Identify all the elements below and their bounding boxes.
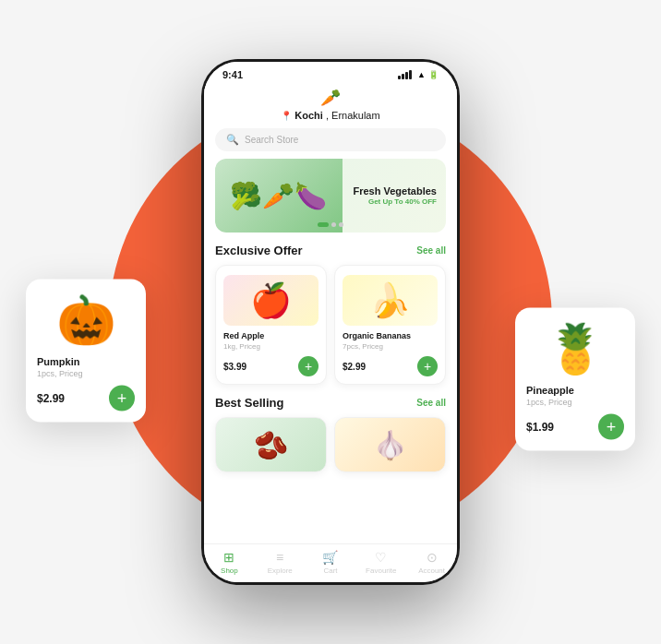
nav-item-favourite[interactable]: ♡ Favourite xyxy=(355,550,406,575)
signal-icon xyxy=(398,70,412,79)
apple-add-button[interactable]: + xyxy=(298,356,318,376)
best-selling-title: Best Selling xyxy=(215,396,283,410)
banner-image: 🥦🥕🍆 xyxy=(215,159,343,233)
cart-icon: 🛒 xyxy=(322,550,338,565)
pumpkin-add-button[interactable]: + xyxy=(109,386,135,411)
location-text: Kochi , Ernakulam xyxy=(294,110,379,121)
best-item-ginger: 🧄 xyxy=(334,417,446,472)
apple-unit: 1kg, Priceg xyxy=(223,342,318,351)
banner-dot-1 xyxy=(318,222,329,227)
float-card-pumpkin: 🎃 Pumpkin 1pcs, Priceg $2.99 + xyxy=(26,280,146,423)
nav-label-cart: Cart xyxy=(323,566,337,575)
pineapple-name: Pineapple xyxy=(526,385,624,396)
search-icon: 🔍 xyxy=(226,134,239,146)
search-placeholder-text: Search Store xyxy=(245,135,298,145)
pumpkin-price: $2.99 xyxy=(37,392,65,405)
pumpkin-name: Pumpkin xyxy=(37,356,135,367)
nav-item-shop[interactable]: ⊞ Shop xyxy=(204,550,255,575)
apple-price: $3.99 xyxy=(223,362,246,372)
pineapple-unit: 1pcs, Priceg xyxy=(526,398,624,407)
best-selling-header: Best Selling See all xyxy=(204,396,457,417)
pineapple-price: $1.99 xyxy=(526,421,554,434)
shop-icon: ⊞ xyxy=(223,550,234,565)
phone-wrapper: 9:41 ▲ 🔋 🥕 � xyxy=(201,59,460,585)
pumpkin-bottom: $2.99 + xyxy=(37,386,135,411)
product-card-banana: 🍌 Organic Bananas 7pcs, Priceg $2.99 + xyxy=(334,265,446,385)
search-bar[interactable]: 🔍 Search Store xyxy=(215,128,446,151)
favourite-icon: ♡ xyxy=(375,550,387,565)
exclusive-offer-title: Exclusive Offer xyxy=(215,244,303,257)
bottom-nav: ⊞ Shop ≡ Explore 🛒 Cart ♡ Favourite ⊙ xyxy=(204,543,457,582)
banana-name: Organic Bananas xyxy=(343,331,438,340)
banner-subtitle: Get Up To 40% OFF xyxy=(354,197,438,206)
banana-price: $2.99 xyxy=(343,362,366,372)
nav-item-cart[interactable]: 🛒 Cart xyxy=(306,550,356,575)
pineapple-add-button[interactable]: + xyxy=(598,414,624,440)
apple-name: Red Apple xyxy=(223,331,318,340)
nav-item-account[interactable]: ⊙ Account xyxy=(406,550,457,575)
pumpkin-image: 🎃 xyxy=(37,291,135,351)
best-selling-link[interactable]: See all xyxy=(416,398,446,408)
app-header: 🥕 📍 Kochi , Ernakulam xyxy=(204,84,457,128)
exclusive-offer-header: Exclusive Offer See all xyxy=(204,244,457,265)
phone-screen: 9:41 ▲ 🔋 🥕 � xyxy=(204,62,457,582)
phone-frame: 9:41 ▲ 🔋 🥕 � xyxy=(201,59,460,585)
banner-dots xyxy=(318,222,343,227)
status-icons: ▲ 🔋 xyxy=(398,70,439,79)
apple-bottom: $3.99 + xyxy=(223,356,318,376)
status-time: 9:41 xyxy=(222,69,243,80)
best-selling-grid: 🫘 🧄 xyxy=(204,417,457,472)
banana-unit: 7pcs, Priceg xyxy=(343,342,438,351)
banner: 🥦🥕🍆 Fresh Vegetables Get Up To 40% OFF xyxy=(215,159,446,233)
pumpkin-unit: 1pcs, Priceg xyxy=(37,369,135,378)
pineapple-image: 🍍 xyxy=(526,319,624,379)
nav-label-favourite: Favourite xyxy=(366,566,396,575)
banana-add-button[interactable]: + xyxy=(417,356,438,376)
app-logo: 🥕 xyxy=(320,88,341,108)
exclusive-offer-grid: 🍎 Red Apple 1kg, Priceg $3.99 + 🍌 Organi… xyxy=(204,265,457,396)
account-icon: ⊙ xyxy=(427,550,438,565)
status-bar: 9:41 ▲ 🔋 xyxy=(204,62,457,84)
banner-dot-3 xyxy=(339,222,343,227)
nav-item-explore[interactable]: ≡ Explore xyxy=(255,550,306,575)
location-row: 📍 Kochi , Ernakulam xyxy=(281,110,379,121)
location-pin-icon: 📍 xyxy=(281,111,292,121)
product-card-apple: 🍎 Red Apple 1kg, Priceg $3.99 + xyxy=(215,265,327,385)
pineapple-bottom: $1.99 + xyxy=(526,414,624,440)
nav-label-account: Account xyxy=(418,566,445,575)
app-content: 🥕 📍 Kochi , Ernakulam 🔍 Search Store xyxy=(204,84,457,543)
exclusive-offer-link[interactable]: See all xyxy=(416,245,446,256)
nav-label-explore: Explore xyxy=(268,566,293,575)
banner-dot-2 xyxy=(331,222,336,227)
explore-icon: ≡ xyxy=(276,550,283,565)
banana-bottom: $2.99 + xyxy=(343,356,438,376)
apple-image: 🍎 xyxy=(223,275,318,326)
float-card-pineapple: 🍍 Pineapple 1pcs, Priceg $1.99 + xyxy=(515,308,635,451)
banner-title: Fresh Vegetables xyxy=(354,185,438,197)
banner-text: Fresh Vegetables Get Up To 40% OFF xyxy=(354,185,438,206)
best-item-beans: 🫘 xyxy=(215,417,327,472)
banana-image: 🍌 xyxy=(343,275,438,326)
nav-label-shop: Shop xyxy=(221,566,238,575)
